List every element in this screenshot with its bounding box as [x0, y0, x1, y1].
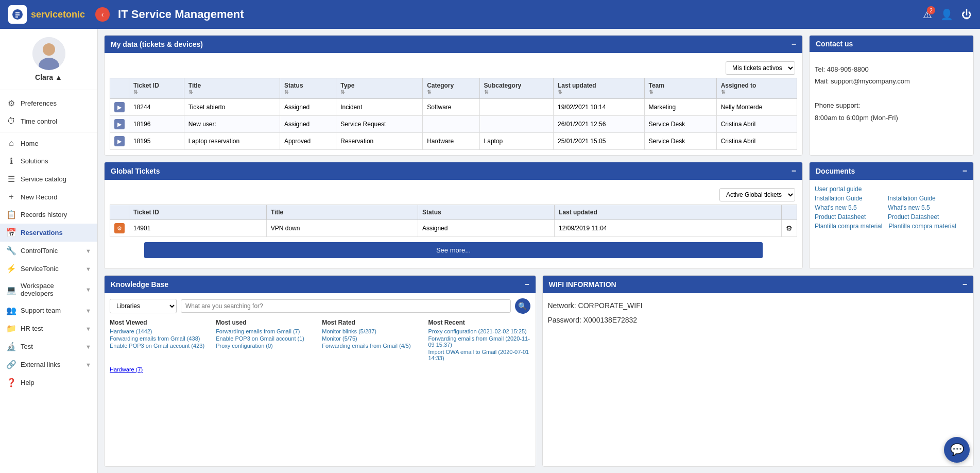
sidebar-item-workspace-developers[interactable]: 💻 Workspace developers ▼ — [0, 278, 97, 301]
most-viewed-title: Most Viewed — [110, 319, 212, 326]
sidebar-item-service-catalog[interactable]: ☰ Service catalog — [0, 170, 97, 188]
kb-link[interactable]: Enable POP3 on Gmail account (1) — [216, 335, 318, 342]
chat-button[interactable]: 💬 — [944, 437, 970, 463]
col-subcategory: Subcategory ⇅ — [479, 78, 553, 99]
sidebar-item-help[interactable]: ❓ Help — [0, 374, 97, 392]
wifi-minimize[interactable]: − — [962, 280, 967, 289]
chevron-down-icon: ▼ — [85, 266, 91, 272]
gear-icon[interactable]: ⚙ — [786, 224, 793, 232]
sidebar-item-hr-test[interactable]: 📁 HR test ▼ — [0, 319, 97, 337]
kb-libraries-dropdown[interactable]: Libraries — [110, 299, 177, 313]
doc-link-whatsnew[interactable]: What's new 5.5 — [815, 204, 882, 212]
kb-grid: Most Viewed Hardware (1442) Forwarding e… — [110, 319, 530, 362]
kb-link[interactable]: Hardware (1442) — [110, 328, 212, 334]
kb-footer-link[interactable]: Hardware (7) — [110, 366, 143, 373]
doc-link-datasheet2[interactable]: Product Datasheet — [888, 213, 955, 221]
user-icon-button[interactable]: 👤 — [940, 8, 953, 21]
sidebar-item-servicetonic[interactable]: ⚡ ServiceTonic ▼ — [0, 260, 97, 278]
kb-minimize[interactable]: − — [524, 280, 529, 289]
most-rated-title: Most Rated — [322, 319, 424, 326]
home-icon: ⌂ — [6, 139, 16, 148]
row-icon: ▶ — [114, 119, 125, 129]
catalog-icon: ☰ — [6, 174, 16, 184]
kb-link[interactable]: Proxy configuration (0) — [216, 343, 318, 349]
doc-link-whatsnew2[interactable]: What's new 5.5 — [888, 204, 955, 212]
col-last-updated: Last updated — [555, 205, 782, 220]
doc-link-installation2[interactable]: Installation Guide — [888, 194, 955, 202]
sidebar-item-home[interactable]: ⌂ Home — [0, 134, 97, 152]
kb-link[interactable]: Forwarding emails from Gmail (2020-11-09… — [428, 335, 530, 348]
user-name[interactable]: Clara ▲ — [35, 73, 62, 81]
kb-link[interactable]: Monitor blinks (5/287) — [322, 328, 424, 334]
alert-icon-button[interactable]: ⚠ 2 — [923, 8, 932, 21]
kb-link[interactable]: Forwarding emails from Gmail (4/5) — [322, 343, 424, 349]
doc-link-plantilla[interactable]: Plantilla compra material — [815, 222, 882, 230]
doc-link-user-portal[interactable]: User portal guide — [815, 185, 968, 193]
test-icon: 🔬 — [6, 342, 16, 351]
sidebar-item-test[interactable]: 🔬 Test ▼ — [0, 337, 97, 356]
last-updated-cell: 19/02/2021 10:14 — [553, 99, 644, 116]
servicetonic-icon: ⚡ — [6, 264, 16, 274]
kb-link[interactable]: Import OWA email to Gmail (2020-07-01 14… — [428, 349, 530, 361]
row-icon-cell: ▶ — [110, 116, 129, 133]
kb-search-input[interactable] — [181, 299, 511, 313]
doc-link-datasheet[interactable]: Product Datasheet — [815, 213, 882, 221]
documents-minimize[interactable]: − — [962, 166, 967, 176]
wifi-network: Network: CORPORATE_WIFI — [548, 298, 969, 313]
sidebar-item-support-team[interactable]: 👥 Support team ▼ — [0, 301, 97, 319]
team-cell: Service Desk — [644, 133, 716, 150]
my-data-minimize-button[interactable]: − — [792, 40, 796, 49]
doc-link-installation[interactable]: Installation Guide — [815, 194, 882, 202]
gear-cell: ⚙ — [782, 220, 797, 237]
doc-link-plantilla2[interactable]: Plantilla compra material — [888, 222, 956, 230]
last-updated-cell: 25/01/2021 15:05 — [553, 133, 644, 150]
chevron-up-icon: ▲ — [55, 73, 62, 81]
col-ticket-id: Ticket ID — [129, 205, 267, 220]
global-tickets-body: Active Global tickets Ticket ID Title St… — [105, 180, 802, 268]
sidebar-item-label: ControlTonic — [21, 247, 58, 255]
global-tickets-panel: Global Tickets − Active Global tickets — [104, 162, 803, 269]
sidebar-item-preferences[interactable]: ⚙ Preferences — [0, 94, 97, 112]
sidebar-item-time-control[interactable]: ⏱ Time control — [0, 112, 97, 130]
ticket-id-cell: 14901 — [129, 220, 267, 237]
team-cell: Service Desk — [644, 116, 716, 133]
sidebar-item-controltonic[interactable]: 🔧 ControlTonic ▼ — [0, 242, 97, 260]
see-more-button[interactable]: See more... — [144, 242, 763, 258]
sidebar-item-label: Records history — [21, 211, 67, 218]
title-cell: New user: — [184, 116, 280, 133]
kb-link[interactable]: Proxy configuration (2021-02-02 15:25) — [428, 328, 530, 334]
documents-panel-body: User portal guide Installation Guide Ins… — [810, 180, 973, 236]
sidebar-item-external-links[interactable]: 🔗 External links ▼ — [0, 356, 97, 374]
kb-link[interactable]: Forwarding emails from Gmail (7) — [216, 328, 318, 334]
kb-link[interactable]: Enable POP3 on Gmail account (423) — [110, 343, 212, 349]
assigned-to-cell: Nelly Monterde — [716, 99, 797, 116]
my-data-dropdown[interactable]: Mis tickets activos — [726, 61, 795, 75]
sidebar-item-solutions[interactable]: ℹ Solutions — [0, 152, 97, 170]
sidebar-item-label: Support team — [21, 307, 61, 314]
global-tickets-dropdown[interactable]: Active Global tickets — [719, 188, 795, 201]
status-cell: Assigned — [280, 99, 336, 116]
power-icon-button[interactable]: ⏻ — [961, 9, 972, 21]
kb-link[interactable]: Forwarding emails from Gmail (438) — [110, 335, 212, 342]
chevron-down-icon: ▼ — [85, 286, 91, 293]
kb-link[interactable]: Monitor (5/75) — [322, 335, 424, 342]
preferences-icon: ⚙ — [6, 98, 16, 108]
app-header: servicetonic ‹ IT Service Management ⚠ 2… — [0, 0, 980, 29]
back-button[interactable]: ‹ — [95, 7, 110, 22]
sidebar-item-records-history[interactable]: 📋 Records history — [0, 206, 97, 224]
doc-row: Installation Guide Installation Guide — [815, 194, 968, 202]
row-icon-cell: ▶ — [110, 133, 129, 150]
sidebar-item-reservations[interactable]: 📅 Reservations — [0, 224, 97, 242]
global-tickets-minimize[interactable]: − — [792, 166, 796, 176]
kb-search-button[interactable]: 🔍 — [515, 298, 530, 314]
contact-panel-header: Contact us — [810, 36, 973, 52]
sidebar-item-label: Time control — [21, 117, 57, 125]
sidebar-item-new-record[interactable]: + New Record — [0, 188, 97, 206]
category-cell: Software — [423, 99, 479, 116]
ticket-id-cell: 18196 — [129, 116, 184, 133]
subcategory-cell: Laptop — [479, 133, 553, 150]
row-icon: ▶ — [114, 102, 125, 112]
tel-info: Tel: 408-905-8800 — [815, 63, 968, 75]
middle-row: Global Tickets − Active Global tickets — [104, 162, 974, 269]
my-data-panel: My data (tickets & devices) − Mis ticket… — [104, 35, 803, 156]
